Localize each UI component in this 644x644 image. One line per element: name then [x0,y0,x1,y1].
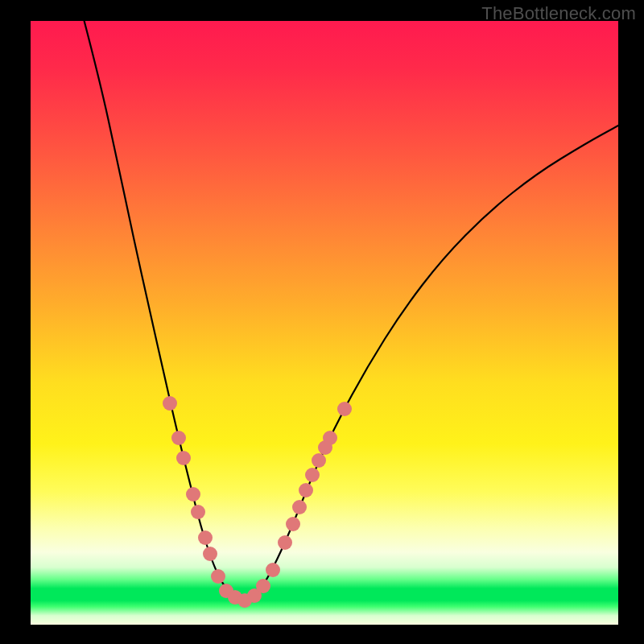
curve-marker [211,569,225,584]
curve-marker [266,563,280,577]
curve-marker [198,530,213,545]
watermark-text: TheBottleneck.com [481,3,636,24]
curve-marker [176,451,191,465]
curve-marker [337,402,352,416]
curve-marker [292,500,307,514]
curve-markers [163,396,352,608]
chart-frame: TheBottleneck.com [0,0,644,644]
chart-svg [31,21,618,625]
curve-marker [163,396,177,411]
curve-marker [191,505,205,519]
chart-plot-area [31,21,618,625]
curve-marker [203,547,217,561]
curve-marker [256,579,270,593]
curve-marker [323,431,337,445]
curve-marker [299,483,313,497]
curve-right [245,126,618,601]
curve-marker [286,517,300,531]
curve-left [82,21,245,601]
curve-marker [171,431,186,445]
curve-marker [312,453,326,468]
curve-marker [305,468,320,482]
curve-marker [186,487,200,502]
curve-marker [278,535,292,550]
